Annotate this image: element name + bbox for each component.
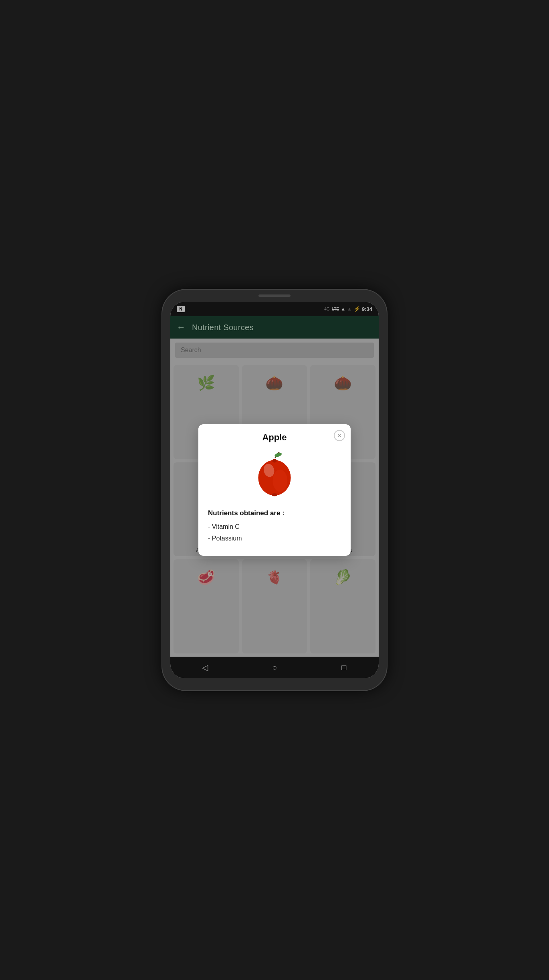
nutrients-list: - Vitamin C - Potassium [208,521,341,544]
svg-point-3 [272,493,278,496]
svg-point-4 [272,459,277,463]
speaker [258,294,291,297]
nutrient-item-1: - Vitamin C [208,521,341,533]
apple-modal: ✕ Apple [198,424,351,556]
nutrients-heading: Nutrients obtained are : [208,509,341,517]
modal-title: Apple [208,432,341,443]
modal-close-button[interactable]: ✕ [334,430,345,441]
apple-image [248,449,301,501]
svg-point-5 [272,470,287,492]
phone-screen: N 4G LTE ▲ ▲ ⚡ 9:34 ← Nutrient Sources 🌿 [170,302,379,678]
phone-frame: N 4G LTE ▲ ▲ ⚡ 9:34 ← Nutrient Sources 🌿 [162,290,387,690]
modal-overlay: ✕ Apple [170,302,379,678]
close-icon: ✕ [337,432,342,439]
nutrient-item-2: - Potassium [208,533,341,544]
